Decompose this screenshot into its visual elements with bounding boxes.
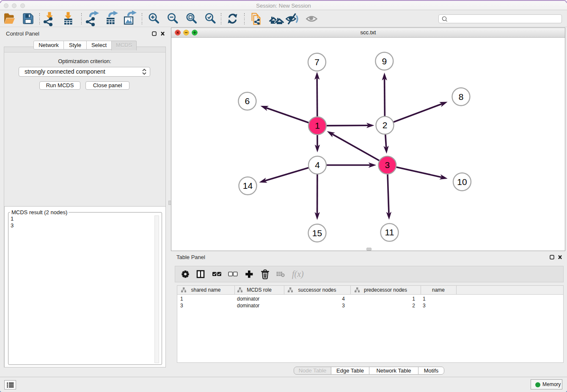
svg-text:4: 4 xyxy=(315,160,320,170)
svg-text:8: 8 xyxy=(459,92,464,102)
svg-text:3: 3 xyxy=(385,160,390,170)
svg-text:9: 9 xyxy=(382,56,387,66)
svg-text:6: 6 xyxy=(245,96,250,106)
svg-text:11: 11 xyxy=(385,227,394,237)
svg-text:1: 1 xyxy=(315,121,320,130)
svg-text:14: 14 xyxy=(243,181,253,190)
svg-text:f(x): f(x) xyxy=(292,269,304,279)
svg-text:15: 15 xyxy=(312,228,322,238)
svg-text:10: 10 xyxy=(457,177,467,187)
svg-text:2: 2 xyxy=(383,120,388,130)
svg-text:7: 7 xyxy=(314,57,319,67)
